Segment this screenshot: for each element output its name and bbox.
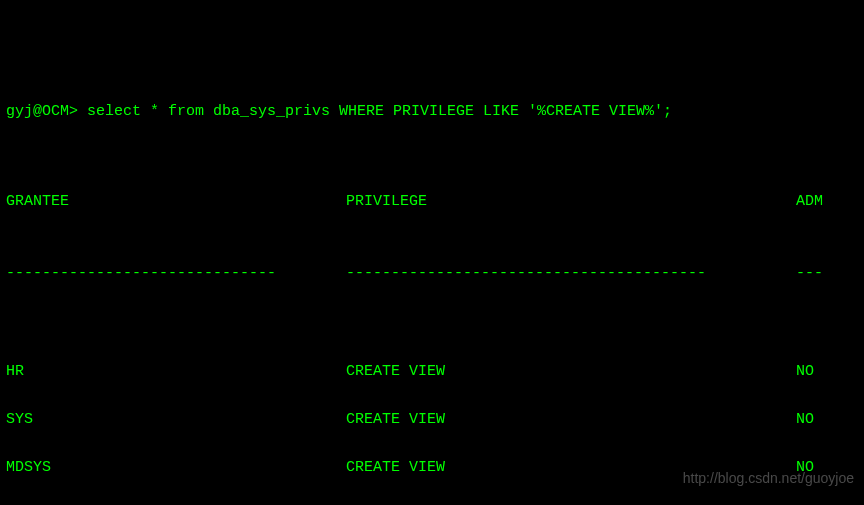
sql-command: select * from dba_sys_privs WHERE PRIVIL… — [78, 103, 672, 120]
cell-privilege: CREATE VIEW — [346, 360, 796, 384]
table-row: HRCREATE VIEWNO — [6, 360, 858, 384]
cell-grantee: HR — [6, 360, 346, 384]
cell-grantee: MDSYS — [6, 456, 346, 480]
cell-privilege: CREATE VIEW — [346, 408, 796, 432]
table-separator-row: ----------------------------------------… — [6, 262, 858, 286]
separator-col2: ---------------------------------------- — [346, 262, 796, 286]
cell-admin: NO — [796, 360, 814, 384]
separator-col1: ------------------------------ — [6, 262, 346, 286]
header-admin: ADM — [796, 190, 823, 214]
table-row: SYSCREATE VIEWNO — [6, 408, 858, 432]
sql-prompt-line: gyj@OCM> select * from dba_sys_privs WHE… — [6, 100, 858, 124]
cell-admin: NO — [796, 408, 814, 432]
separator-col3: --- — [796, 262, 823, 286]
table-header-row: GRANTEEPRIVILEGEADM — [6, 190, 858, 214]
header-privilege: PRIVILEGE — [346, 190, 796, 214]
watermark-text: http://blog.csdn.net/guoyjoe — [683, 467, 854, 489]
sql-prompt: gyj@OCM> — [6, 103, 78, 120]
header-grantee: GRANTEE — [6, 190, 346, 214]
cell-grantee: SYS — [6, 408, 346, 432]
